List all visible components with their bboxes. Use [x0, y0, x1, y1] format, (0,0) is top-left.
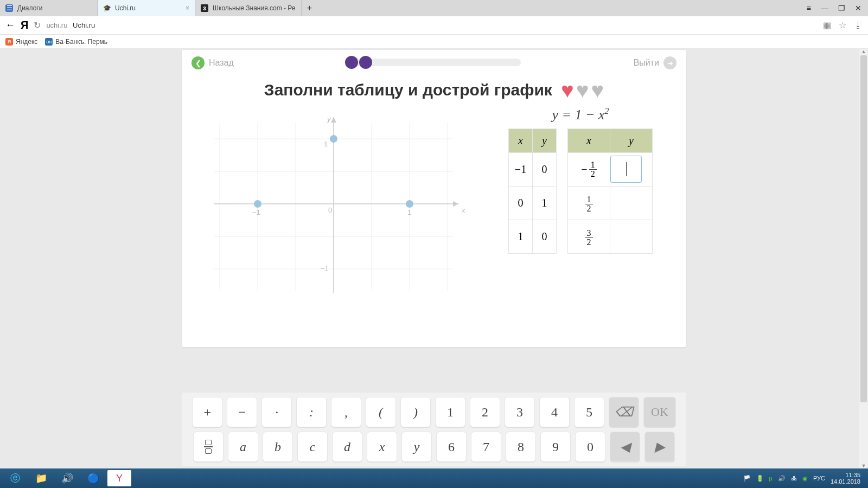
key-x[interactable]: x [367, 432, 397, 462]
taskbar-app-icon[interactable]: 🔵 [81, 470, 105, 486]
key-2[interactable]: 2 [470, 397, 500, 427]
key-c[interactable]: c [297, 432, 328, 462]
key-lparen[interactable]: ( [366, 397, 396, 427]
yandex-logo-icon[interactable]: Я [21, 19, 28, 31]
taskbar-media-icon[interactable]: 🔊 [55, 470, 79, 486]
y-axis-label: y [327, 115, 331, 123]
key-colon[interactable]: : [296, 397, 327, 427]
key-5[interactable]: 5 [574, 397, 604, 427]
heart-icon: ♥ [576, 79, 589, 101]
windows-taskbar: ⓔ 📁 🔊 🔵 Y 🏳️ 🔋 µ 🔊 🖧 ◉ РУС 11:35 14.01.2… [0, 468, 868, 488]
graph-point[interactable] [330, 135, 337, 143]
new-tab-button[interactable]: + [302, 0, 318, 16]
key-comma[interactable]: , [331, 397, 361, 427]
x-cell: 12 [568, 186, 610, 220]
svg-text:1: 1 [407, 208, 411, 216]
tray-sound-icon[interactable]: 🔊 [778, 475, 786, 482]
key-right[interactable]: ▶ [644, 432, 675, 462]
tab-title: Школьные Знания.com - Ре [213, 4, 296, 12]
key-dot[interactable]: · [261, 397, 292, 427]
key-d[interactable]: d [332, 432, 362, 462]
taskbar-yandex-icon[interactable]: Y [107, 470, 131, 486]
progress-bar [347, 59, 521, 66]
back-icon[interactable]: ← [5, 20, 15, 31]
window-controls: ≡ — ❐ ✕ [800, 0, 868, 16]
exit-button[interactable]: Выйти ➜ [634, 56, 676, 69]
key-a[interactable]: a [228, 432, 258, 462]
yandex-icon: Я [5, 38, 13, 46]
y-cell-empty[interactable] [610, 186, 653, 220]
key-minus[interactable]: − [227, 397, 257, 427]
menu-icon[interactable]: ≡ [807, 4, 811, 12]
scroll-down-icon[interactable]: ▼ [859, 463, 868, 468]
minimize-icon[interactable]: — [821, 4, 828, 12]
key-rparen[interactable]: ) [400, 397, 431, 427]
key-6[interactable]: 6 [436, 432, 467, 462]
scroll-up-icon[interactable]: ▲ [859, 49, 868, 54]
x-cell: 32 [568, 220, 610, 253]
formula: y = 1 − x2 [552, 106, 609, 123]
key-b[interactable]: b [263, 432, 293, 462]
key-left[interactable]: ◀ [610, 432, 640, 462]
key-7[interactable]: 7 [471, 432, 501, 462]
tray-clock[interactable]: 11:35 14.01.2018 [831, 472, 860, 485]
tray-battery-icon[interactable]: 🔋 [756, 475, 764, 482]
downloads-icon[interactable]: ⭳ [854, 20, 863, 30]
tray-nvidia-icon[interactable]: ◉ [802, 475, 808, 482]
fraction-icon [204, 440, 213, 454]
browser-tab[interactable]: ☰ Диалоги [0, 0, 98, 16]
uchi-icon: 🎓 [103, 4, 111, 12]
bookmark-item[interactable]: Я Яндекс [5, 38, 37, 46]
key-backspace[interactable]: ⌫ [609, 397, 639, 427]
key-y[interactable]: y [401, 432, 432, 462]
x-axis-label: x [461, 206, 465, 214]
svg-text:1: 1 [324, 140, 328, 148]
tab-title: Диалоги [17, 4, 42, 12]
graph-point[interactable] [254, 200, 261, 208]
key-8[interactable]: 8 [506, 432, 536, 462]
graph-point[interactable] [406, 200, 413, 208]
y-input-cell[interactable] [610, 152, 653, 186]
browser-tab[interactable]: 🎓 Uchi.ru × [98, 0, 195, 16]
tray-torrent-icon[interactable]: µ [769, 475, 773, 481]
svg-marker-13 [453, 201, 458, 207]
back-button[interactable]: ❮ Назад [192, 56, 234, 69]
y-cell-empty[interactable] [610, 220, 653, 253]
taskbar-ie-icon[interactable]: ⓔ [3, 470, 27, 486]
address-bar: ← Я ↻ uchi.ru Uchi.ru ▦ ☆ ⭳ [0, 16, 868, 35]
key-plus[interactable]: + [192, 397, 222, 427]
vertical-scrollbar[interactable]: ▲ ▼ [859, 49, 868, 468]
scrollbar-thumb[interactable] [860, 55, 867, 402]
tray-network-icon[interactable]: 🖧 [791, 475, 797, 481]
chevron-left-icon: ❮ [192, 56, 205, 69]
bookmarks-bar: Я Яндекс он Ва-Банкъ. Пермь [0, 35, 868, 49]
reload-icon[interactable]: ↻ [34, 20, 41, 30]
svg-text:−1: −1 [321, 265, 329, 273]
tray-lang[interactable]: РУС [813, 475, 825, 481]
key-ok[interactable]: OK [643, 397, 676, 427]
key-0[interactable]: 0 [575, 432, 605, 462]
bookmark-star-icon[interactable]: ☆ [839, 20, 846, 30]
onscreen-keypad: + − · : , ( ) 1 2 3 4 5 ⌫ OK a b c d x y… [182, 393, 686, 466]
tray-flag-icon[interactable]: 🏳️ [743, 475, 751, 482]
key-3[interactable]: 3 [505, 397, 535, 427]
page-content: ❮ Назад Выйти ➜ Заполни таблицу и достро… [0, 49, 868, 468]
bookmark-item[interactable]: он Ва-Банкъ. Пермь [45, 38, 107, 46]
maximize-icon[interactable]: ❐ [838, 4, 845, 12]
heart-icon: ♥ [561, 79, 574, 101]
url-display[interactable]: uchi.ru Uchi.ru [46, 21, 95, 29]
browser-tab-bar: ☰ Диалоги 🎓 Uchi.ru × з Школьные Знания.… [0, 0, 868, 16]
vabank-icon: он [45, 38, 53, 46]
key-4[interactable]: 4 [539, 397, 570, 427]
browser-tab[interactable]: з Школьные Знания.com - Ре [195, 0, 302, 16]
close-tab-icon[interactable]: × [186, 4, 189, 12]
key-fraction[interactable] [193, 432, 224, 462]
coordinate-graph[interactable]: y x 1 −1 0 −1 1 [198, 106, 469, 301]
values-table-left: xy −10 01 10 [508, 129, 557, 254]
chat-icon: ☰ [5, 4, 13, 12]
extension-icon[interactable]: ▦ [823, 20, 831, 30]
close-window-icon[interactable]: ✕ [855, 4, 861, 12]
key-9[interactable]: 9 [540, 432, 571, 462]
taskbar-explorer-icon[interactable]: 📁 [29, 470, 53, 486]
key-1[interactable]: 1 [435, 397, 465, 427]
